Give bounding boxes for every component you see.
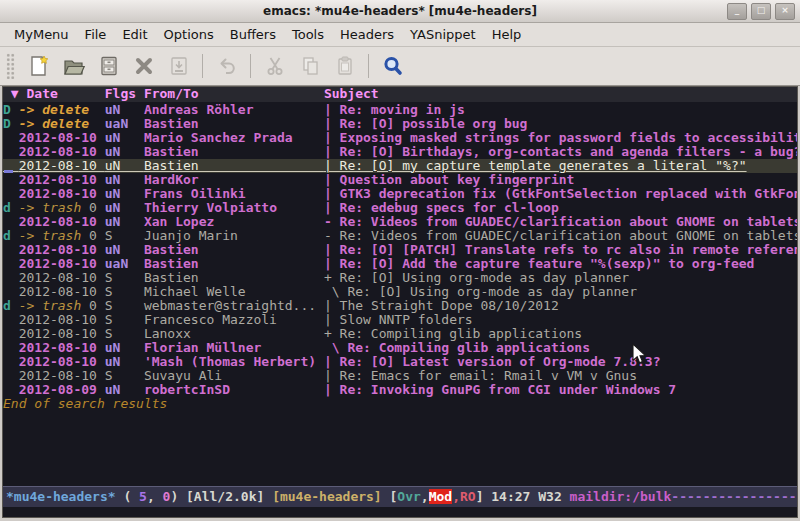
message-row[interactable]: 2012-08-10 uN Mario Sanchez Prada | Expo… [3, 131, 797, 145]
undo-button[interactable] [209, 51, 244, 82]
row-segment [3, 285, 19, 299]
message-row[interactable]: 2012-08-09 uN robertcInSD | Re: Invoking… [3, 383, 797, 397]
menu-item-tools[interactable]: Tools [284, 25, 332, 44]
echo-area[interactable] [3, 507, 797, 517]
message-row[interactable]: D -> delete uN Andreas Röhler | Re: movi… [3, 103, 797, 117]
row-segment: Suvayu Ali [144, 369, 324, 383]
row-segment: 2012-08-10 [19, 327, 105, 341]
message-row[interactable]: 2012-08-10 S Michael Welle \ Re: [O] Usi… [3, 285, 797, 299]
row-segment: | Re: moving in js [324, 103, 465, 117]
save-as-button[interactable] [161, 51, 196, 82]
message-row[interactable]: 2012-08-10 uN Frans Oilinki | GTK3 depre… [3, 187, 797, 201]
menu-item-options[interactable]: Options [156, 25, 222, 44]
message-row[interactable]: 2012-08-10 uN Florian Müllner \ Re: Comp… [3, 341, 797, 355]
row-segment [3, 383, 19, 397]
row-segment: 2012-08-10 [19, 355, 105, 369]
save-icon [97, 54, 121, 78]
message-row[interactable]: 2012-08-10 S Francesco Mazzoli | Slow NN… [3, 313, 797, 327]
paste-icon [333, 54, 357, 78]
row-segment: - Re: Videos from GUADEC/clarification a… [324, 215, 797, 229]
row-segment: \ Re: Compiling glib applications [324, 341, 590, 355]
row-segment: uN [105, 215, 144, 229]
row-segment: HardKor [144, 173, 324, 187]
message-row[interactable]: 2012-08-10 S Lanoxx + Re: Compiling glib… [3, 327, 797, 341]
row-segment: 2012-08-10 [19, 341, 105, 355]
row-segment: | Re: [O] my capture template generates … [324, 159, 747, 173]
row-segment: uN [105, 341, 144, 355]
row-segment: S [105, 369, 144, 383]
menu-item-mymenu[interactable]: MyMenu [6, 25, 77, 44]
modeline-segment: 5 [139, 489, 147, 504]
copy-button[interactable] [292, 51, 327, 82]
new-file-button[interactable] [21, 51, 56, 82]
menu-item-help[interactable]: Help [484, 25, 530, 44]
row-segment: uaN [105, 257, 144, 271]
row-segment: Juanjo Marin [144, 229, 324, 243]
message-row[interactable]: d -> trash 0 S webmaster@straightd... | … [3, 299, 797, 313]
row-segment: 2012-08-10 [19, 173, 105, 187]
message-list: D -> delete uN Andreas Röhler | Re: movi… [3, 102, 797, 486]
close-button[interactable]: × [775, 3, 795, 20]
message-row[interactable]: 2012-08-10 S Bastien + Re: [O] Using org… [3, 271, 797, 285]
row-segment [3, 145, 19, 159]
message-row[interactable]: 2012-08-10 uN HardKor | Question about k… [3, 173, 797, 187]
message-row[interactable]: 2012-08-10 uN 'Mash (Thomas Herbert) | R… [3, 355, 797, 369]
mu4e-headers-buffer: ▼ Date Flgs From/To Subject D -> delete … [2, 86, 798, 518]
cut-icon [263, 54, 287, 78]
message-row[interactable]: D -> delete uaN Bastien | Re: [O] possib… [3, 117, 797, 131]
save-button[interactable] [91, 51, 126, 82]
open-folder-button[interactable] [56, 51, 91, 82]
row-segment: + Re: Compiling glib applications [324, 327, 582, 341]
close-buffer-button[interactable] [126, 51, 161, 82]
menu-item-file[interactable]: File [77, 25, 115, 44]
message-row[interactable]: d -> trash 0 S Juanjo Marin - Re: Videos… [3, 229, 797, 243]
row-segment [3, 313, 19, 327]
message-row[interactable]: 2012-08-10 S Suvayu Ali | Re: Emacs for … [3, 369, 797, 383]
menu-item-headers[interactable]: Headers [332, 25, 402, 44]
row-segment: 0 [81, 299, 104, 313]
row-segment: Bastien [144, 117, 324, 131]
row-segment: 2012-08-10 [19, 187, 105, 201]
modeline-segment: *mu4e-headers* [6, 489, 116, 504]
message-row[interactable]: 2012-08-10 uaN Bastien | Re: [O] Add the… [3, 257, 797, 271]
modeline[interactable]: *mu4e-headers* ( 5, 0) [All/2.0k] [mu4e-… [3, 486, 797, 507]
titlebar[interactable]: emacs: *mu4e-headers* [mu4e-headers] _□× [0, 0, 800, 23]
message-row[interactable]: 2012-08-10 uN Xan Lopez - Re: Videos fro… [3, 215, 797, 229]
row-segment: 2012-08-10 [19, 271, 105, 285]
menu-item-edit[interactable]: Edit [114, 25, 155, 44]
row-segment: \ Re: [O] Using org-mode as day planner [324, 285, 637, 299]
message-row[interactable]: 2012-08-10 uN Bastien | Re: [O] [PATCH] … [3, 243, 797, 257]
menu-item-yasnippet[interactable]: YASnippet [402, 25, 484, 44]
message-row[interactable]: 2012-08-10 uN Bastien | Re: [O] Birthday… [3, 145, 797, 159]
paste-button[interactable] [327, 51, 362, 82]
menubar: MyMenuFileEditOptionsBuffersToolsHeaders… [0, 23, 800, 47]
toolbar-drag-handle[interactable] [6, 53, 15, 79]
row-segment: | Re: [O] Birthdays, org-contacts and ag… [324, 145, 797, 159]
row-segment [3, 327, 19, 341]
column-headers[interactable]: ▼ Date Flgs From/To Subject [3, 87, 797, 102]
message-row-current[interactable]: 2012-08-10 uN Bastien | Re: [O] my captu… [3, 159, 797, 173]
row-segment: d [3, 201, 19, 215]
cut-button[interactable] [257, 51, 292, 82]
new-file-icon [27, 54, 51, 78]
row-segment: | GTK3 deprecation fix (GtkFontSelection… [324, 187, 797, 201]
toolbar-separator [202, 54, 203, 78]
row-segment: 2012-08-09 [19, 383, 105, 397]
maximize-button[interactable]: □ [751, 3, 771, 20]
search-button[interactable] [375, 51, 410, 82]
row-segment: 2012-08-10 [19, 285, 105, 299]
row-segment: Bastien [144, 145, 324, 159]
row-segment: webmaster@straightd... [144, 299, 324, 313]
row-segment: -> delete [19, 117, 105, 131]
row-segment: robertcInSD [144, 383, 324, 397]
menu-item-buffers[interactable]: Buffers [222, 25, 284, 44]
modeline-segment: ] [476, 489, 492, 504]
message-row[interactable]: d -> trash 0 uN Thierry Volpiatto | Re: … [3, 201, 797, 215]
copy-icon [298, 54, 322, 78]
minimize-button[interactable]: _ [727, 3, 747, 20]
row-segment [3, 173, 19, 187]
row-segment: 'Mash (Thomas Herbert) [144, 355, 324, 369]
row-segment [3, 187, 19, 201]
row-segment: Florian Müllner [144, 341, 324, 355]
row-segment: Bastien [144, 243, 324, 257]
